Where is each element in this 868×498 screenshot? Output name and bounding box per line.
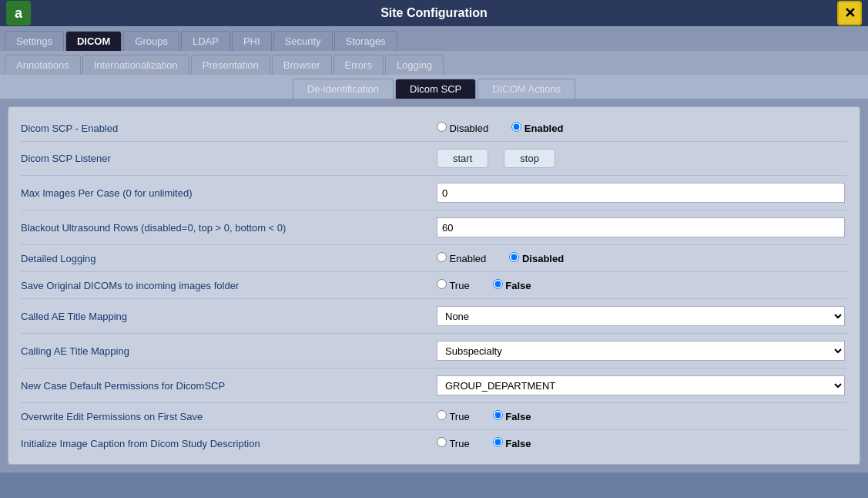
- tab-row-3: De-identification Dicom SCP DICOM Action…: [0, 75, 868, 99]
- tab-dicom[interactable]: DICOM: [65, 31, 122, 51]
- select-calling-ae[interactable]: None Department Subspecialty: [437, 341, 845, 361]
- tab-row-2: Annotations Internationalization Present…: [0, 51, 868, 75]
- radio-save-true[interactable]: [437, 279, 447, 289]
- radio-save-false[interactable]: [493, 279, 503, 289]
- row-dicom-scp-enabled: Dicom SCP - Enabled Disabled Enabled: [21, 116, 847, 140]
- radio-overwrite-true[interactable]: [437, 410, 447, 420]
- control-init-caption: True False: [437, 437, 847, 449]
- radio-enabled-label[interactable]: Enabled: [511, 122, 563, 134]
- tab-storages[interactable]: Storages: [334, 31, 397, 51]
- row-overwrite-permissions: Overwrite Edit Permissions on First Save…: [21, 405, 847, 428]
- radio-group-init-caption: True False: [437, 437, 531, 449]
- tab-row-1: Settings DICOM Groups LDAP PHI Security …: [0, 26, 868, 51]
- label-blackout-ultrasound: Blackout Ultrasound Rows (disabled=0, to…: [21, 222, 437, 234]
- tab-deidentification[interactable]: De-identification: [293, 79, 394, 99]
- radio-group-save-originals: True False: [437, 279, 531, 291]
- page-title: Site Configuration: [380, 6, 488, 20]
- control-dicom-scp-enabled: Disabled Enabled: [437, 122, 847, 134]
- radio-caption-true-label[interactable]: True: [437, 437, 470, 449]
- row-dicom-scp-listener: Dicom SCP Listener start stop: [21, 143, 847, 173]
- input-blackout-ultrasound[interactable]: [437, 217, 845, 237]
- radio-logging-disabled-label[interactable]: Disabled: [509, 252, 564, 264]
- tab-ldap[interactable]: LDAP: [181, 31, 230, 51]
- label-max-images: Max Images Per Case (0 for unlimited): [21, 187, 437, 199]
- control-save-originals: True False: [437, 279, 847, 291]
- tab-annotations[interactable]: Annotations: [5, 55, 81, 75]
- tab-errors[interactable]: Errors: [333, 55, 384, 75]
- tab-logging[interactable]: Logging: [385, 55, 444, 75]
- tab-settings[interactable]: Settings: [5, 31, 64, 51]
- radio-caption-false[interactable]: [493, 437, 503, 447]
- row-new-case-permissions: New Case Default Permissions for DicomSC…: [21, 370, 847, 401]
- row-blackout-ultrasound: Blackout Ultrasound Rows (disabled=0, to…: [21, 212, 847, 243]
- row-called-ae: Called AE Title Mapping None Department …: [21, 301, 847, 331]
- label-called-ae: Called AE Title Mapping: [21, 311, 437, 322]
- control-overwrite-permissions: True False: [437, 410, 847, 422]
- label-dicom-scp-listener: Dicom SCP Listener: [21, 153, 437, 164]
- control-blackout-ultrasound: [437, 217, 847, 237]
- stop-button[interactable]: stop: [504, 149, 555, 168]
- control-detailed-logging: Enabled Disabled: [437, 252, 847, 264]
- row-detailed-logging: Detailed Logging Enabled Disabled: [21, 247, 847, 270]
- tab-groups[interactable]: Groups: [123, 31, 179, 51]
- radio-logging-enabled[interactable]: [437, 252, 447, 262]
- radio-disabled-label[interactable]: Disabled: [437, 122, 488, 134]
- row-init-caption: Initialize Image Caption from Dicom Stud…: [21, 432, 847, 455]
- radio-save-false-label[interactable]: False: [493, 279, 531, 291]
- label-new-case-permissions: New Case Default Permissions for DicomSC…: [21, 380, 437, 392]
- tab-dicom-scp[interactable]: Dicom SCP: [395, 79, 476, 99]
- tab-dicom-actions[interactable]: DICOM Actions: [478, 79, 575, 99]
- radio-save-true-label[interactable]: True: [437, 279, 470, 291]
- radio-enabled[interactable]: [511, 122, 521, 132]
- control-calling-ae: None Department Subspecialty: [437, 341, 847, 361]
- radio-disabled[interactable]: [437, 122, 447, 132]
- select-new-case-permissions[interactable]: GROUP_DEPARTMENT GROUP_ALL PRIVATE: [437, 375, 845, 395]
- label-init-caption: Initialize Image Caption from Dicom Stud…: [21, 438, 437, 449]
- tab-security[interactable]: Security: [273, 31, 333, 51]
- content-area: Dicom SCP - Enabled Disabled Enabled Dic…: [0, 99, 868, 473]
- label-save-originals: Save Original DICOMs to incoming images …: [21, 280, 437, 291]
- app-logo: a: [6, 1, 31, 25]
- label-calling-ae: Calling AE Title Mapping: [21, 345, 437, 357]
- radio-group-logging: Enabled Disabled: [437, 252, 564, 264]
- tab-presentation[interactable]: Presentation: [191, 55, 270, 75]
- control-called-ae: None Department Subspecialty: [437, 306, 847, 326]
- tab-browser[interactable]: Browser: [272, 55, 332, 75]
- label-detailed-logging: Detailed Logging: [21, 253, 437, 264]
- control-max-images: [437, 183, 847, 203]
- radio-overwrite-false[interactable]: [493, 410, 503, 420]
- tab-internationalization[interactable]: Internationalization: [82, 55, 189, 75]
- radio-logging-disabled[interactable]: [509, 252, 519, 262]
- row-calling-ae: Calling AE Title Mapping None Department…: [21, 335, 847, 366]
- input-max-images[interactable]: [437, 183, 845, 203]
- radio-caption-false-label[interactable]: False: [493, 437, 531, 449]
- radio-caption-true[interactable]: [437, 437, 447, 447]
- label-overwrite-permissions: Overwrite Edit Permissions on First Save: [21, 411, 437, 422]
- start-button[interactable]: start: [437, 149, 488, 168]
- config-panel: Dicom SCP - Enabled Disabled Enabled Dic…: [8, 106, 860, 465]
- control-new-case-permissions: GROUP_DEPARTMENT GROUP_ALL PRIVATE: [437, 375, 847, 395]
- radio-logging-enabled-label[interactable]: Enabled: [437, 252, 486, 264]
- radio-overwrite-true-label[interactable]: True: [437, 410, 470, 422]
- close-button[interactable]: ✕: [837, 1, 862, 25]
- row-save-originals: Save Original DICOMs to incoming images …: [21, 274, 847, 297]
- radio-group-enabled: Disabled Enabled: [437, 122, 563, 134]
- radio-overwrite-false-label[interactable]: False: [493, 410, 531, 422]
- radio-group-overwrite: True False: [437, 410, 531, 422]
- tab-phi[interactable]: PHI: [232, 31, 272, 51]
- title-bar: a Site Configuration ✕: [0, 0, 868, 26]
- label-dicom-scp-enabled: Dicom SCP - Enabled: [21, 123, 437, 134]
- control-dicom-scp-listener: start stop: [437, 149, 847, 168]
- select-called-ae[interactable]: None Department Subspecialty: [437, 306, 845, 326]
- row-max-images: Max Images Per Case (0 for unlimited): [21, 177, 847, 208]
